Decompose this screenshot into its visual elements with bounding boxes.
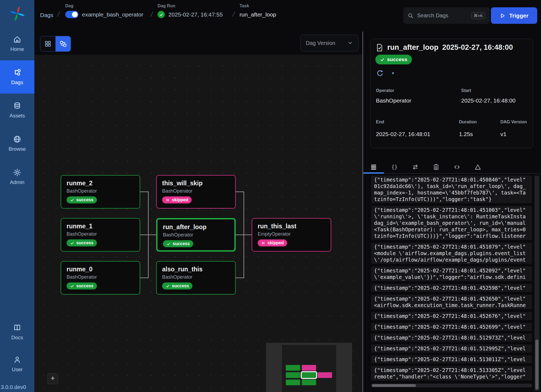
dag-version-dropdown[interactable]: Dag Version <box>300 35 359 51</box>
sidebar-item-docs[interactable]: Docs <box>0 316 34 348</box>
breadcrumb-dags-link[interactable]: Dags <box>40 12 53 18</box>
gear-icon <box>13 168 21 177</box>
sidebar-item-admin[interactable]: Admin <box>0 160 34 193</box>
task-node-run_after_loop[interactable]: run_after_loopBashOperatorsuccess <box>156 218 236 252</box>
log-entry: {"timestamp":"2025-02-27T21:48:01.451003… <box>371 206 532 240</box>
check-icon <box>166 284 170 288</box>
clear-task-button[interactable] <box>376 70 384 77</box>
task-node-title: runme_2 <box>67 180 134 187</box>
badge-label: success <box>76 197 93 202</box>
skip-icon <box>261 241 265 245</box>
task-node-operator: BashOperator <box>67 188 134 194</box>
minimap-node-run_this_last <box>318 372 332 378</box>
minimap-node-runme_1 <box>286 372 300 378</box>
task-node-title: also_run_this <box>162 266 230 273</box>
task-node-this_will_skip[interactable]: this_will_skipBashOperatorskipped <box>156 175 236 209</box>
edge-runme_0-to-run_after_loop <box>140 235 156 278</box>
sidebar-item-home[interactable]: Home <box>0 27 34 60</box>
task-node-runme_1[interactable]: runme_1BashOperatorsuccess <box>61 218 140 252</box>
dag-name[interactable]: example_bash_operator <box>82 11 143 18</box>
field-value: 2025-02-27, 16:48:00 <box>461 97 516 104</box>
task-state-label: success <box>387 57 407 62</box>
task-node-operator: BashOperator <box>67 231 134 237</box>
zoom-in-button[interactable]: + <box>47 373 58 384</box>
log-entry: {"timestamp":"2025-02-27T21:48:01.513305… <box>371 366 532 381</box>
task-state-badge: success <box>67 196 97 203</box>
dag-pause-toggle[interactable] <box>65 11 78 18</box>
sidebar-item-user[interactable]: User <box>0 348 34 380</box>
dag-breadcrumb-label: Dag <box>65 4 73 8</box>
vertical-scrollbar-thumb[interactable] <box>535 340 539 390</box>
log-entry: {"timestamp":"2025-02-27T21:48:01.452092… <box>371 266 532 281</box>
tab-logs[interactable] <box>363 161 384 173</box>
task-title-row: run_after_loop 2025-02-27, 16:48:00 <box>375 43 513 52</box>
minimap[interactable] <box>266 343 352 392</box>
sidebar-item-dags[interactable]: Dags <box>0 60 34 94</box>
sidebar-item-assets[interactable]: Assets <box>0 94 34 127</box>
swap-arrows-icon <box>412 164 419 170</box>
task-state-badge: success <box>162 282 192 289</box>
svg-text:{}: {} <box>391 164 398 170</box>
dag-run-success-icon <box>158 11 165 18</box>
task-breadcrumb: run_after_loop <box>240 11 276 18</box>
log-lines-icon <box>370 164 377 170</box>
badge-label: skipped <box>267 241 284 245</box>
task-node-run_this_last[interactable]: run_this_lastEmptyOperatorskipped <box>252 218 331 252</box>
task-node-runme_2[interactable]: runme_2BashOperatorsuccess <box>61 175 140 209</box>
log-entry: {"timestamp":"2025-02-27T21:48:01.512995… <box>371 344 532 353</box>
sidebar-item-label: Home <box>10 46 24 52</box>
refresh-icon <box>376 70 384 77</box>
airflow-pinwheel-icon <box>9 6 25 21</box>
horizontal-scrollbar[interactable] <box>371 384 532 387</box>
field-label: End <box>376 120 384 124</box>
badge-label: skipped <box>172 197 188 202</box>
airflow-logo[interactable] <box>0 0 34 27</box>
tab-events[interactable] <box>467 161 488 173</box>
task-actions-row: ▾ <box>376 70 394 77</box>
graph-edges <box>34 32 362 392</box>
dag-graph-panel: Dag Version runme_2BashOperatorsuccessth… <box>34 32 362 392</box>
task-node-operator: BashOperator <box>162 274 230 280</box>
task-node-title: runme_1 <box>67 223 134 230</box>
vertical-scrollbar[interactable] <box>535 176 539 391</box>
task-doc-check-icon <box>375 44 383 52</box>
tab-details[interactable] <box>426 161 447 173</box>
field-value: 2025-02-27, 16:48:01 <box>376 131 430 137</box>
task-state-badge: success <box>375 55 412 64</box>
horizontal-scrollbar-thumb[interactable] <box>372 384 416 387</box>
field-label: DAG Version <box>500 120 527 124</box>
task-node-title: run_after_loop <box>163 223 229 231</box>
task-name[interactable]: run_after_loop <box>240 11 276 18</box>
check-icon <box>70 241 74 245</box>
home-icon <box>13 35 21 44</box>
task-node-operator: BashOperator <box>162 188 230 194</box>
check-icon <box>70 198 74 202</box>
tab-code[interactable] <box>447 161 467 173</box>
sidebar-item-label: Assets <box>9 113 25 119</box>
trigger-button[interactable]: Trigger <box>491 7 537 24</box>
tab-rendered-templates[interactable] <box>405 161 426 173</box>
graph-view-button[interactable] <box>55 36 71 51</box>
database-icon <box>13 102 21 110</box>
task-state-badge: skipped <box>258 239 287 246</box>
airflow-app: Home Dags Assets Browse <box>0 0 541 392</box>
dag-run-date[interactable]: 2025-02-27, 16:47:55 <box>168 11 223 18</box>
task-node-runme_0[interactable]: runme_0BashOperatorsuccess <box>61 261 140 295</box>
edge-this_will_skip-to-run_this_last <box>236 192 252 235</box>
task-state-badge: skipped <box>162 196 192 203</box>
log-entry: {"timestamp":"2025-02-27T21:48:01.452699… <box>371 323 532 331</box>
task-summary-card: run_after_loop 2025-02-27, 16:48:00 succ… <box>370 39 533 148</box>
braces-icon: {} <box>391 164 398 170</box>
search-input[interactable]: Search Dags ⌘+K <box>403 7 490 24</box>
tab-xcom[interactable]: {} <box>384 161 405 173</box>
task-node-also_run_this[interactable]: also_run_thisBashOperatorsuccess <box>156 261 236 295</box>
breadcrumb-separator: / <box>232 10 235 18</box>
grid-icon <box>44 40 51 47</box>
grid-view-button[interactable] <box>40 36 55 51</box>
task-state-badge: success <box>67 239 97 246</box>
sidebar-item-label: Admin <box>10 179 25 185</box>
badge-label: success <box>76 241 93 245</box>
sidebar-item-browse[interactable]: Browse <box>0 127 34 160</box>
task-actions-caret[interactable]: ▾ <box>392 71 394 76</box>
field-label: Start <box>461 88 471 93</box>
